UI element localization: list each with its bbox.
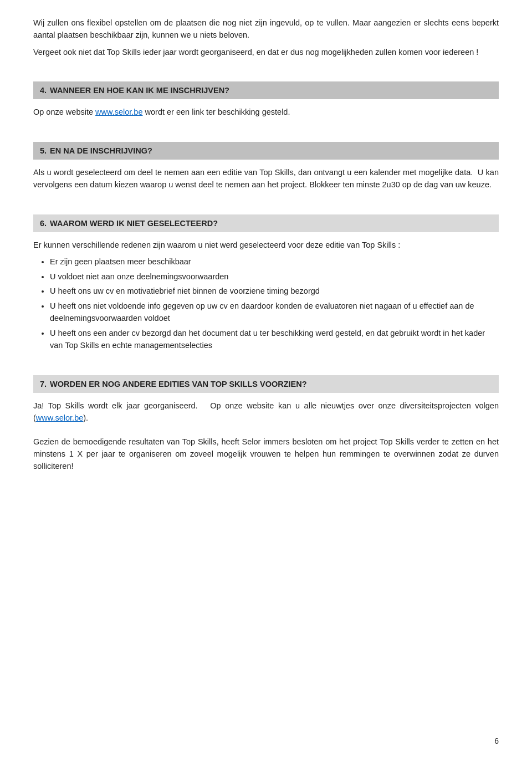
- section-4-body: Op onze website www.selor.be wordt er ee…: [33, 106, 499, 118]
- section-5-body: Als u wordt geselecteerd om deel te neme…: [33, 166, 499, 191]
- section-6-header: 6. WAAROM WERD IK NIET GESELECTEERD?: [33, 214, 499, 232]
- section-7-para1-prefix: Ja! Top Skills wordt elk jaar georganise…: [33, 401, 499, 422]
- section-6-bullet-list: Er zijn geen plaatsen meer beschikbaar U…: [50, 255, 499, 351]
- section-7-para2: Gezien de bemoedigende resultaten van To…: [33, 436, 499, 473]
- list-item: U heeft ons niet voldoende info gegeven …: [50, 300, 499, 325]
- section-5-title: EN NA DE INSCHRIJVING?: [50, 146, 152, 155]
- section-4-body-suffix: wordt er een link ter beschikking gestel…: [142, 108, 290, 116]
- section-6-title: WAAROM WERD IK NIET GESELECTEERD?: [50, 219, 218, 228]
- section-7-title: WORDEN ER NOG ANDERE EDITIES VAN TOP SKI…: [50, 380, 307, 388]
- section-7-link[interactable]: www.selor.be: [36, 413, 83, 422]
- section-4-title: WANNEER EN HOE KAN IK ME INSCHRIJVEN?: [50, 86, 229, 95]
- section-4-header: 4. WANNEER EN HOE KAN IK ME INSCHRIJVEN?: [33, 81, 499, 99]
- list-item: Er zijn geen plaatsen meer beschikbaar: [50, 255, 499, 268]
- section-7-number: 7.: [40, 380, 47, 388]
- intro-para-2: Vergeet ook niet dat Top Skills ieder ja…: [33, 46, 499, 58]
- section-5-header: 5. EN NA DE INSCHRIJVING?: [33, 142, 499, 160]
- section-4-link[interactable]: www.selor.be: [95, 108, 142, 116]
- section-4-number: 4.: [40, 86, 47, 95]
- page-number: 6: [494, 737, 499, 745]
- section-6-number: 6.: [40, 219, 47, 228]
- section-7-para1: Ja! Top Skills wordt elk jaar georganise…: [33, 400, 499, 425]
- list-item: U heeft ons uw cv en motivatiebrief niet…: [50, 285, 499, 297]
- section-4-body-prefix: Op onze website: [33, 108, 95, 116]
- section-6-body-intro: Er kunnen verschillende redenen zijn waa…: [33, 239, 499, 251]
- list-item: U heeft ons een ander cv bezorgd dan het…: [50, 327, 499, 352]
- page-container: Wij zullen ons flexibel opstellen om de …: [0, 0, 532, 510]
- list-item: U voldoet niet aan onze deelnemingsvoorw…: [50, 270, 499, 283]
- intro-para-1: Wij zullen ons flexibel opstellen om de …: [33, 17, 499, 42]
- section-5-number: 5.: [40, 146, 47, 155]
- section-7-header: 7. WORDEN ER NOG ANDERE EDITIES VAN TOP …: [33, 375, 499, 393]
- section-7-para1-suffix: ).: [83, 413, 88, 422]
